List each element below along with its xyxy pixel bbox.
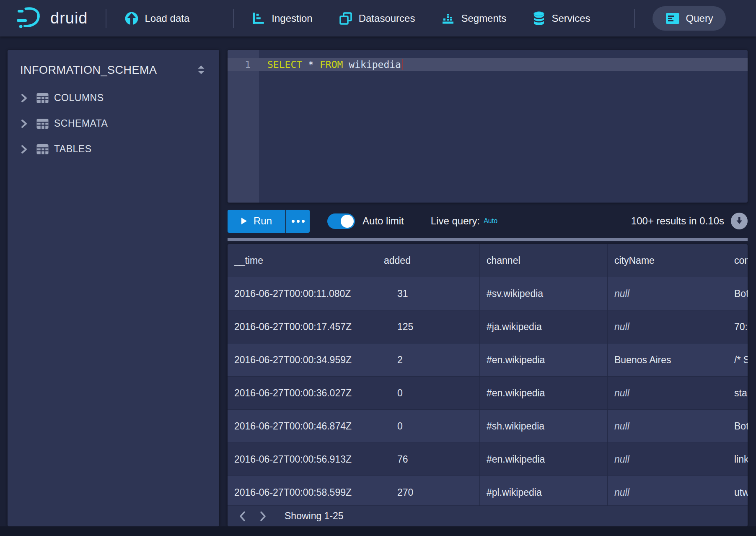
column-header-added[interactable]: added: [377, 244, 480, 277]
live-query-label: Live query:: [431, 215, 480, 227]
cell-time[interactable]: 2016-06-27T00:00:11.080Z: [228, 277, 377, 310]
table-row: 2016-06-27T00:00:17.457Z 125 #ja.wikiped…: [228, 310, 748, 343]
cell-channel[interactable]: #pl.wikipedia: [480, 476, 608, 505]
tree-item-schemata[interactable]: SCHEMATA: [8, 111, 219, 136]
cell-time[interactable]: 2016-06-27T00:00:36.027Z: [228, 377, 377, 409]
table-row: 2016-06-27T00:00:34.959Z 2 #en.wikipedia…: [228, 343, 748, 377]
line-number: 1: [228, 59, 259, 70]
more-icon: [302, 220, 305, 223]
download-icon: [735, 216, 743, 226]
cell-cityname[interactable]: null: [608, 443, 729, 476]
cell-comment[interactable]: 70:: [729, 310, 748, 343]
nav-item-services[interactable]: Services: [532, 11, 590, 26]
cell-added[interactable]: 125: [377, 310, 480, 343]
query-view: 1 SELECT*FROMwikipedia Run Auto lim: [228, 50, 748, 526]
auto-limit-toggle[interactable]: [327, 213, 355, 229]
results-header-row: __time added channel cityName comment: [228, 244, 748, 277]
prev-page-button[interactable]: [238, 510, 247, 522]
table-row: 2016-06-27T00:00:56.913Z 76 #en.wikipedi…: [228, 443, 748, 476]
toggle-knob: [341, 215, 354, 228]
cell-channel[interactable]: #en.wikipedia: [480, 443, 608, 476]
chevron-right-icon: [18, 93, 29, 104]
sql-star: *: [308, 59, 314, 70]
schema-tree: COLUMNS SCHEMATA: [8, 85, 219, 162]
cell-time[interactable]: 2016-06-27T00:00:34.959Z: [228, 343, 377, 376]
chevron-right-icon: [259, 510, 267, 522]
table-row: 2016-06-27T00:00:58.599Z 270 #pl.wikiped…: [228, 476, 748, 505]
download-button[interactable]: [731, 213, 748, 229]
nav-item-segments[interactable]: Segments: [441, 11, 506, 26]
tree-item-tables[interactable]: TABLES: [8, 136, 219, 162]
cell-time[interactable]: 2016-06-27T00:00:46.874Z: [228, 410, 377, 442]
cell-comment[interactable]: link: [729, 443, 748, 476]
cell-added[interactable]: 270: [377, 476, 480, 505]
cell-cityname[interactable]: null: [608, 410, 729, 442]
cell-time[interactable]: 2016-06-27T00:00:17.457Z: [228, 310, 377, 343]
nav-item-label: Segments: [461, 13, 506, 24]
column-header-cityname[interactable]: cityName: [608, 244, 729, 277]
navbar-divider: [106, 9, 106, 28]
druid-logo-icon: [17, 6, 44, 31]
cell-channel[interactable]: #sv.wikipedia: [480, 277, 608, 310]
nav-item-datasources[interactable]: Datasources: [339, 11, 415, 26]
nav-item-label: Load data: [145, 13, 190, 24]
ingestion-icon: [251, 11, 266, 26]
more-icon: [292, 220, 295, 223]
results-body: 2016-06-27T00:00:11.080Z 31 #sv.wikipedi…: [228, 277, 748, 505]
cell-cityname[interactable]: Buenos Aires: [608, 343, 729, 376]
cell-channel[interactable]: #en.wikipedia: [480, 377, 608, 409]
column-header-comment[interactable]: comment: [729, 244, 748, 277]
nav-item-label: Services: [551, 13, 590, 24]
cell-added[interactable]: 31: [377, 277, 480, 310]
live-query-value[interactable]: Auto: [484, 217, 497, 225]
nav-item-query[interactable]: Query: [652, 6, 726, 31]
druid-logo[interactable]: druid: [17, 6, 88, 31]
cell-comment[interactable]: /* S: [729, 343, 748, 376]
cell-added[interactable]: 0: [377, 377, 480, 409]
cell-time[interactable]: 2016-06-27T00:00:56.913Z: [228, 443, 377, 476]
cell-added[interactable]: 0: [377, 410, 480, 442]
sql-editor[interactable]: 1 SELECT*FROMwikipedia: [228, 50, 748, 203]
cell-time[interactable]: 2016-06-27T00:00:58.599Z: [228, 476, 377, 505]
run-button-label: Run: [254, 215, 272, 227]
cell-added[interactable]: 76: [377, 443, 480, 476]
cell-cityname[interactable]: null: [608, 476, 729, 505]
resize-splitter[interactable]: [228, 238, 748, 241]
cell-channel[interactable]: #sh.wikipedia: [480, 410, 608, 442]
pagination: [238, 510, 267, 522]
query-toolbar: Run Auto limit Live query: Auto 100+ res…: [228, 208, 748, 234]
cell-comment[interactable]: Bot: [729, 410, 748, 442]
nav-item-label: Query: [686, 13, 713, 24]
cell-channel[interactable]: #en.wikipedia: [480, 343, 608, 376]
next-page-button[interactable]: [259, 510, 267, 522]
nav-item-ingestion[interactable]: Ingestion: [251, 11, 312, 26]
navbar-divider: [634, 9, 635, 28]
cell-cityname[interactable]: null: [608, 310, 729, 343]
schema-sidebar-header: INFORMATION_SCHEMA: [8, 50, 219, 78]
schema-sort-button[interactable]: [194, 62, 208, 78]
run-more-button[interactable]: [286, 210, 310, 233]
cell-channel[interactable]: #ja.wikipedia: [480, 310, 608, 343]
tree-item-label: SCHEMATA: [54, 118, 108, 129]
cell-comment[interactable]: utw: [729, 476, 748, 505]
chevron-right-icon: [18, 144, 29, 155]
column-header-channel[interactable]: channel: [480, 244, 608, 277]
tree-item-columns[interactable]: COLUMNS: [8, 85, 219, 111]
nav-item-load-data[interactable]: Load data: [124, 11, 190, 26]
schema-title: INFORMATION_SCHEMA: [20, 64, 157, 77]
cell-comment[interactable]: sta: [729, 377, 748, 409]
table-row: 2016-06-27T00:00:11.080Z 31 #sv.wikipedi…: [228, 277, 748, 310]
brand-name: druid: [50, 9, 88, 27]
sql-keyword: SELECT: [267, 59, 302, 70]
column-header-time[interactable]: __time: [228, 244, 377, 277]
run-button-group: Run: [228, 210, 310, 233]
cell-cityname[interactable]: null: [608, 277, 729, 310]
cell-added[interactable]: 2: [377, 343, 480, 376]
services-icon: [532, 11, 546, 26]
cell-cityname[interactable]: null: [608, 377, 729, 409]
cell-comment[interactable]: Bot: [729, 277, 748, 310]
sql-identifier: wikipedia: [349, 59, 401, 70]
run-button[interactable]: Run: [228, 210, 286, 233]
tree-item-label: COLUMNS: [54, 92, 104, 104]
tree-item-label: TABLES: [54, 143, 92, 155]
